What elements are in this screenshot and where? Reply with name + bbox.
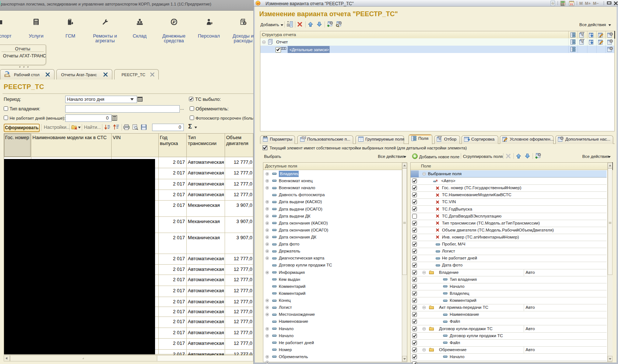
svg-text:f(x): f(x) [302,136,306,139]
svg-text:P: P [244,22,246,25]
svg-text:P: P [173,20,175,24]
svg-text:1C: 1C [256,2,260,5]
svg-text:31: 31 [570,3,573,6]
svg-text:A: A [436,179,438,182]
svg-text:P: P [211,22,212,24]
